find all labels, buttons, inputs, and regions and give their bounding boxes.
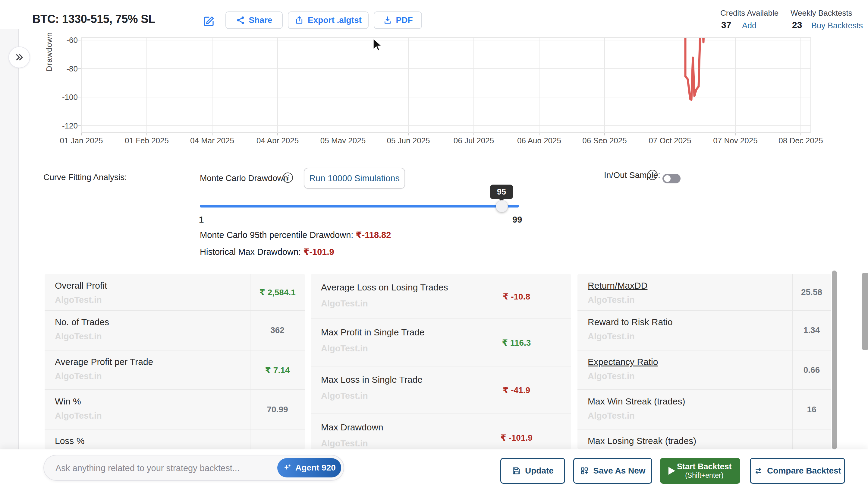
algotest-watermark: AlgoTest.in [321,344,368,353]
drawdown-chart[interactable]: Drawdown -60-80-100-12001 Jan 202501 Feb… [19,29,868,143]
pdf-button[interactable]: PDF [374,11,422,29]
x-axis-tick-label: 04 Mar 2025 [179,136,245,143]
stat-label: Average Profit per Trade [55,357,153,367]
stat-label: Reward to Risk Ratio [588,317,673,327]
x-axis-tick-label: 06 Jul 2025 [441,136,507,143]
backtest-results-page: BTC: 1330-515, 75% SL Share Export .algt… [0,0,868,488]
y-axis-tick-label: -120 [41,121,78,131]
algotest-watermark: AlgoTest.in [588,332,635,341]
x-axis-tick-label: 04 Apr 2025 [244,136,311,143]
save-icon [512,466,521,475]
stat-label: Average Loss on Losing Trades [321,282,448,292]
compare-arrows-icon [754,466,763,475]
page-title: BTC: 1330-515, 75% SL [32,13,155,26]
algotest-watermark: AlgoTest.in [55,332,102,341]
compare-backtest-button[interactable]: Compare Backtest [750,458,845,484]
weekly-backtests-label: Weekly Backtests [790,8,852,18]
export-algtst-button[interactable]: Export .algtst [288,11,369,29]
compare-backtest-label: Compare Backtest [767,466,841,476]
export-icon [295,16,304,25]
duplicate-grid-icon [580,466,589,475]
start-backtest-label: Start Backtest [677,462,732,471]
share-button[interactable]: Share [225,11,283,29]
download-icon [383,16,392,25]
x-axis-tick-label: 01 Jan 2025 [48,136,115,143]
credits-available-label: Credits Available [720,8,778,18]
stat-value: ₹ -41.9 [462,385,571,395]
page-scrollbar-thumb[interactable] [862,273,868,350]
share-icon [236,16,245,25]
stat-label: Max Loss in Single Trade [321,375,423,385]
stat-value: ₹ 7.14 [250,365,305,375]
play-icon [668,466,676,475]
stat-label: Overall Profit [55,281,107,291]
x-axis-tick-label: 05 May 2025 [310,136,376,143]
algotest-watermark: AlgoTest.in [55,411,102,421]
monte-carlo-percentile-label: Monte Carlo 95th percentile Drawdown: [200,230,355,240]
x-axis-tick-label: 06 Sep 2025 [571,136,638,143]
stat-value: ₹ 2,584.1 [250,287,305,297]
x-axis-tick-label: 06 Aug 2025 [506,136,572,143]
agent-label: Agent 920 [296,463,336,472]
save-as-new-label: Save As New [593,466,645,476]
monte-carlo-percentile-line: Monte Carlo 95th percentile Drawdown: ₹-… [200,230,391,240]
agent-button[interactable]: Agent 920 [277,458,341,478]
in-out-sample-toggle[interactable] [662,174,681,183]
algotest-watermark: AlgoTest.in [55,295,102,305]
curve-fitting-heading: Curve Fitting Analysis: [43,173,127,182]
drawdown-line-plot [19,29,868,143]
stats-scrollbar-thumb[interactable] [832,270,837,450]
stat-value: ₹ -10.8 [462,292,571,302]
mouse-cursor [372,38,383,51]
historical-max-drawdown-value: ₹-101.9 [303,247,334,257]
start-backtest-shortcut: (Shift+enter) [685,471,723,479]
y-axis-tick-label: -60 [41,36,78,45]
stat-value: 1.34 [792,325,831,335]
stat-value: 0.66 [792,365,831,375]
stat-value: ₹ -101.9 [462,433,571,443]
y-axis-tick-label: -100 [41,93,78,102]
stat-value: 25.58 [792,287,831,297]
stat-value: 70.99 [250,405,305,414]
algotest-watermark: AlgoTest.in [321,298,368,309]
stat-label: Max Losing Streak (trades) [588,436,696,446]
stat-label: Loss % [55,436,84,446]
update-button[interactable]: Update [500,458,565,484]
percentile-slider-track[interactable] [200,205,519,207]
start-backtest-button[interactable]: Start Backtest (Shift+enter) [660,458,740,484]
historical-max-drawdown-label: Historical Max Drawdown: [200,247,303,257]
algotest-watermark: AlgoTest.in [588,411,635,421]
stat-label[interactable]: Expectancy Ratio [588,357,658,367]
run-simulations-button[interactable]: Run 10000 Simulations [304,168,405,189]
stats-table-column-1: Overall ProfitAlgoTest.in₹ 2,584.1No. of… [44,274,305,450]
stats-table-column-2: Average Loss on Losing TradesAlgoTest.in… [311,274,571,450]
export-label: Export .algtst [308,16,362,25]
save-as-new-button[interactable]: Save As New [573,458,652,484]
in-out-sample-info-icon[interactable]: i [647,170,658,180]
y-axis-tick-label: -80 [41,64,78,74]
toggle-knob [664,175,671,182]
monte-carlo-percentile-value: ₹-118.82 [355,230,391,240]
stat-label[interactable]: Return/MaxDD [588,281,647,291]
slider-max-label: 99 [513,215,522,225]
stat-value: ₹ 116.3 [462,338,571,348]
stats-table-column-3: Return/MaxDDAlgoTest.in25.58Reward to Ri… [578,274,831,450]
algotest-watermark: AlgoTest.in [321,438,368,449]
stat-label: No. of Trades [55,317,109,327]
x-axis-tick-label: 05 Jun 2025 [375,136,441,143]
x-axis-tick-label: 07 Nov 2025 [702,136,769,143]
monte-carlo-info-icon[interactable]: i [283,173,293,183]
percentile-slider-handle[interactable] [496,200,508,212]
stat-value: 362 [250,325,305,335]
collapsed-sidebar [0,29,19,450]
historical-max-drawdown-line: Historical Max Drawdown: ₹-101.9 [200,247,334,257]
monte-carlo-drawdown-label: Monte Carlo Drawdown [200,173,288,183]
ask-agent-input[interactable] [55,455,273,481]
edit-title-icon[interactable] [203,15,215,28]
stat-label: Max Drawdown [321,422,383,432]
algotest-watermark: AlgoTest.in [55,371,102,381]
pdf-label: PDF [396,16,413,25]
percentile-slider-tooltip: 95 [490,184,513,199]
algotest-watermark: AlgoTest.in [588,371,635,381]
sparkle-icon [283,463,292,472]
